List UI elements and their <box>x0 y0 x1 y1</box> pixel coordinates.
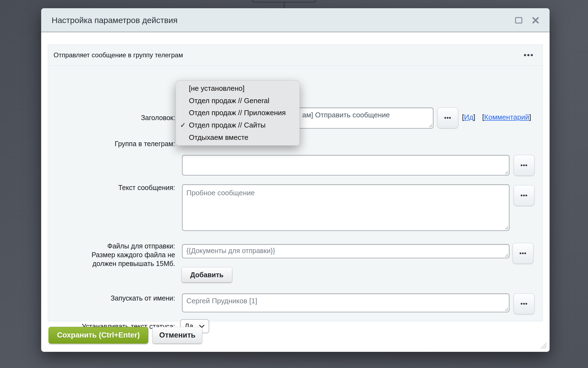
runas-input[interactable]: Сергей Прудников [1] <box>182 293 509 312</box>
title-field-label: Заголовок: <box>53 113 175 122</box>
dialog-resize-grip[interactable] <box>539 341 547 349</box>
dialog-header: Настройка параметров действия <box>41 8 550 32</box>
runas-field-label: Запускать от имени: <box>53 294 175 302</box>
id-link[interactable]: Ид <box>464 113 473 121</box>
runas-options-button[interactable]: ••• <box>514 293 534 314</box>
files-label-line: Файлы для отправки: <box>53 242 175 250</box>
message-options-button[interactable]: ••• <box>514 185 534 206</box>
runas-field-wrap: Сергей Прудников [1] <box>182 293 509 312</box>
close-button[interactable] <box>531 16 540 25</box>
cancel-button[interactable]: Отменить <box>152 327 202 344</box>
ellipsis-icon: ••• <box>520 300 528 307</box>
action-panel-header: Отправляет сообщение в группу телеграм •… <box>48 45 543 66</box>
ellipsis-icon: ••• <box>519 250 527 257</box>
comment-link[interactable]: Комментарий <box>484 113 529 121</box>
maximize-icon <box>515 17 522 24</box>
resize-grip-icon[interactable] <box>504 170 508 174</box>
ellipsis-icon: ••• <box>524 51 534 60</box>
dropdown-item[interactable]: Отдел продаж // Приложения <box>176 107 299 119</box>
group-field-wrap <box>182 155 509 175</box>
bracket: [ <box>482 113 484 121</box>
title-links: [Ид] [Комментарий] <box>462 113 531 121</box>
save-button[interactable]: Сохранить (Ctrl+Enter) <box>49 327 148 344</box>
group-dropdown: [не установлено] Отдел продаж // General… <box>176 80 300 146</box>
resize-grip-icon[interactable] <box>504 307 508 311</box>
dialog-title: Настройка параметров действия <box>52 8 178 32</box>
maximize-button[interactable] <box>514 16 523 25</box>
files-input[interactable]: {{Документы для отправки}} <box>182 244 509 258</box>
resize-grip-icon[interactable] <box>428 123 432 128</box>
message-field-wrap: Пробное сообщение <box>182 184 509 231</box>
panel-menu-button[interactable]: ••• <box>521 49 537 62</box>
files-field-label: Файлы для отправки: Размер каждого файла… <box>53 242 175 268</box>
close-icon <box>532 17 539 24</box>
resize-grip-icon[interactable] <box>504 253 508 257</box>
add-file-button[interactable]: Добавить <box>181 267 232 282</box>
title-options-button[interactable]: ••• <box>437 107 458 128</box>
dropdown-item-selected[interactable]: ✓ Отдел продаж // Сайты <box>176 119 299 131</box>
dropdown-item[interactable]: Отдыхаем вместе <box>176 131 299 144</box>
bracket: ] <box>473 113 475 121</box>
files-label-line: должен превышать 15Мб. <box>53 259 175 268</box>
action-settings-dialog: Настройка параметров действия Отправляет… <box>41 8 550 352</box>
bracket: ] <box>529 113 531 121</box>
files-options-button[interactable]: ••• <box>513 243 533 264</box>
check-icon: ✓ <box>180 121 189 129</box>
message-field-label: Текст сообщения: <box>53 183 175 192</box>
ellipsis-icon: ••• <box>520 162 528 169</box>
workflow-editor-backdrop: Настройка параметров действия Отправляет… <box>0 0 588 368</box>
message-input[interactable]: Пробное сообщение <box>182 184 509 231</box>
window-controls <box>514 8 540 32</box>
files-field-wrap: {{Документы для отправки}} <box>182 244 509 258</box>
resize-grip-icon[interactable] <box>504 226 508 230</box>
ellipsis-icon: ••• <box>444 114 451 121</box>
action-panel-title: Отправляет сообщение в группу телеграм <box>54 45 183 66</box>
dropdown-item[interactable]: Отдел продаж // General <box>176 95 299 107</box>
group-field-label: Группа в телеграм: <box>53 139 175 148</box>
files-label-line: Размер каждого файла не <box>53 250 175 259</box>
group-input[interactable] <box>182 155 509 175</box>
dropdown-item[interactable]: [не установлено] <box>176 82 299 95</box>
group-options-button[interactable]: ••• <box>514 155 534 176</box>
ellipsis-icon: ••• <box>520 192 528 199</box>
